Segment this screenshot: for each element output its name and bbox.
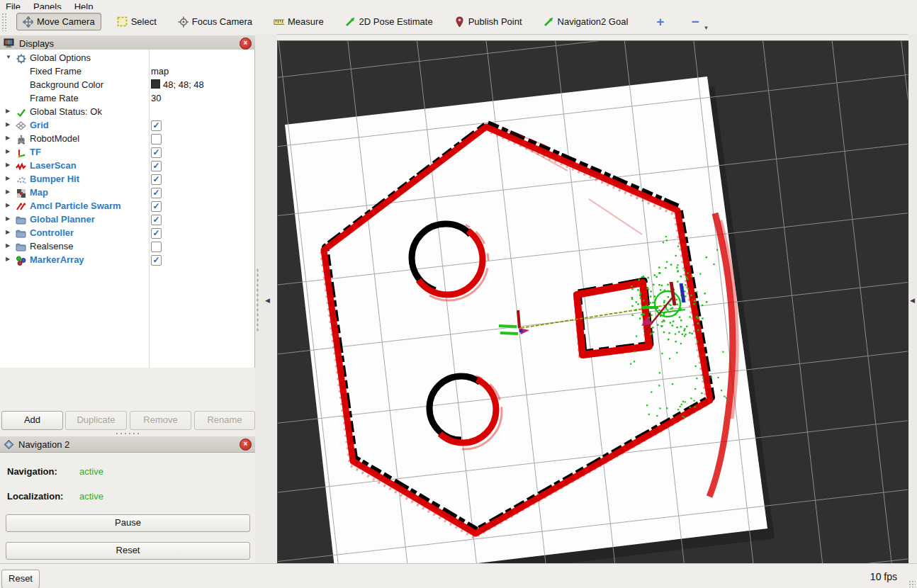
- fps-counter: 10 fps: [870, 571, 897, 582]
- visibility-checkbox[interactable]: ✓: [151, 174, 162, 185]
- visibility-checkbox[interactable]: ✓: [151, 161, 162, 171]
- folder-icon: [16, 228, 26, 239]
- collapse-right-arrow-icon[interactable]: ◀: [910, 297, 915, 304]
- folder-icon: [16, 215, 26, 225]
- map-icon: [16, 188, 26, 198]
- visibility-checkbox[interactable]: ✓: [151, 215, 162, 225]
- tree-row-global-options[interactable]: ▼Global Options: [0, 52, 254, 65]
- grid-icon: [16, 120, 26, 131]
- visibility-checkbox[interactable]: [151, 134, 162, 145]
- tree-row-robotmodel[interactable]: ▶RobotModel: [0, 132, 254, 146]
- tree-row-frame-rate[interactable]: Frame Rate30: [0, 92, 254, 106]
- navigation-panel-icon: [4, 439, 14, 450]
- rviz-window: { "menu": {"items": [{"label":"File"},{"…: [0, 0, 917, 588]
- visibility-checkbox[interactable]: ✓: [151, 228, 162, 239]
- marker-array-icon: [16, 255, 26, 266]
- tree-row-amcl-particle-swarm[interactable]: ▶Amcl Particle Swarm✓: [0, 200, 254, 213]
- folder-icon: [16, 242, 26, 252]
- visibility-checkbox[interactable]: ✓: [151, 120, 162, 131]
- toolbar: Move CameraSelectFocus CameraMeasure2D P…: [0, 9, 917, 35]
- pose-arrow-icon: [544, 16, 554, 27]
- tool-navigation2-goal[interactable]: Navigation2 Goal: [538, 13, 634, 30]
- menu-bar: FilePanelsHelp: [0, 0, 917, 9]
- robot-icon: [16, 134, 26, 145]
- remove-button: Remove: [130, 411, 191, 430]
- localization-status-row: Localization: active: [7, 491, 63, 502]
- tree-row-markerarray[interactable]: ▶MarkerArray✓: [0, 254, 254, 267]
- tree-row-grid[interactable]: ▶Grid✓: [0, 119, 254, 132]
- visibility-checkbox[interactable]: ✓: [151, 255, 162, 266]
- tree-row-tf[interactable]: ▶TF✓: [0, 146, 254, 159]
- dropdown-arrow-icon: ▼: [704, 25, 709, 31]
- menu-help[interactable]: Help: [74, 1, 94, 9]
- splitter-dots: [257, 268, 259, 332]
- focus-camera-icon: [178, 16, 189, 27]
- render-viewport[interactable]: [277, 40, 908, 564]
- move-camera-icon: [23, 16, 33, 27]
- tree-row-realsense[interactable]: ▶Realsense: [0, 240, 254, 254]
- tree-row-fixed-frame[interactable]: Fixed Framemap: [0, 65, 254, 79]
- tree-row-bumper-hit[interactable]: ▶Bumper Hit✓: [0, 173, 254, 186]
- resize-grip[interactable]: [908, 580, 916, 587]
- visibility-checkbox[interactable]: [151, 242, 162, 252]
- pause-button[interactable]: Pause: [6, 514, 250, 532]
- navigation-status-row: Navigation: active: [7, 466, 57, 477]
- reset-view-button[interactable]: Reset: [1, 570, 40, 588]
- add-button[interactable]: Add: [1, 411, 63, 430]
- bumper-icon: [16, 174, 26, 185]
- right-splitter[interactable]: ◀: [908, 34, 917, 563]
- pose-arrow-icon: [345, 16, 356, 27]
- tool-select[interactable]: Select: [111, 13, 162, 30]
- duplicate-button: Duplicate: [65, 411, 127, 430]
- tool-measure[interactable]: Measure: [268, 13, 330, 30]
- menu-file[interactable]: File: [6, 1, 21, 9]
- remove-tool-button[interactable]: −▼: [687, 14, 703, 30]
- visibility-checkbox[interactable]: ✓: [151, 147, 162, 158]
- displays-close-button[interactable]: ×: [240, 38, 252, 50]
- visibility-checkbox[interactable]: ✓: [151, 201, 162, 212]
- tool-publish-point[interactable]: Publish Point: [449, 13, 528, 30]
- tool-2d-pose-estimate[interactable]: 2D Pose Estimate: [339, 13, 439, 30]
- tree-row-global-planner[interactable]: ▶Global Planner✓: [0, 213, 254, 227]
- reset-button[interactable]: Reset: [6, 542, 250, 560]
- tool-focus-camera[interactable]: Focus Camera: [172, 13, 258, 30]
- add-tool-button[interactable]: +: [652, 14, 668, 30]
- navigation-close-button[interactable]: ×: [240, 439, 252, 451]
- tree-row-map[interactable]: ▶Map✓: [0, 186, 254, 200]
- navigation-panel-title: Navigation 2: [18, 439, 69, 450]
- tree-row-global-status[interactable]: ▶Global Status: Ok: [0, 106, 254, 119]
- displays-tree: ▼Global OptionsFixed FramemapBackground …: [0, 50, 255, 368]
- amcl-icon: [16, 201, 26, 212]
- tree-row-background-color[interactable]: Background Color48; 48; 48: [0, 79, 254, 92]
- menu-panels[interactable]: Panels: [33, 1, 62, 9]
- laserscan-icon: [16, 161, 26, 171]
- tf-icon: [16, 147, 26, 158]
- collapse-left-arrow-icon[interactable]: ◀: [265, 297, 270, 304]
- check-icon: [16, 107, 26, 118]
- left-panel: Displays × ▼Global OptionsFixed Framemap…: [0, 34, 255, 563]
- gear-icon: [16, 53, 26, 64]
- panel-splitter-handle[interactable]: [115, 432, 140, 435]
- toolbar-drag-handle[interactable]: [1, 13, 6, 31]
- tree-row-laserscan[interactable]: ▶LaserScan✓: [0, 159, 254, 173]
- status-bar: Reset 10 fps: [0, 563, 917, 588]
- rename-button: Rename: [194, 411, 255, 430]
- select-icon: [117, 16, 128, 27]
- tool-move-camera[interactable]: Move Camera: [16, 13, 101, 30]
- displays-panel-title: Displays: [19, 38, 54, 49]
- navigation-panel-header[interactable]: Navigation 2 ×: [0, 436, 255, 453]
- visibility-checkbox[interactable]: ✓: [151, 188, 162, 198]
- left-splitter[interactable]: ◀: [255, 34, 277, 563]
- color-swatch: [151, 79, 160, 89]
- displays-panel-icon: [4, 38, 15, 48]
- localization-status-value: active: [79, 491, 103, 502]
- measure-icon: [274, 16, 284, 27]
- publish-point-icon: [454, 16, 465, 27]
- navigation-status-value: active: [79, 466, 103, 477]
- tree-row-controller[interactable]: ▶Controller✓: [0, 227, 254, 240]
